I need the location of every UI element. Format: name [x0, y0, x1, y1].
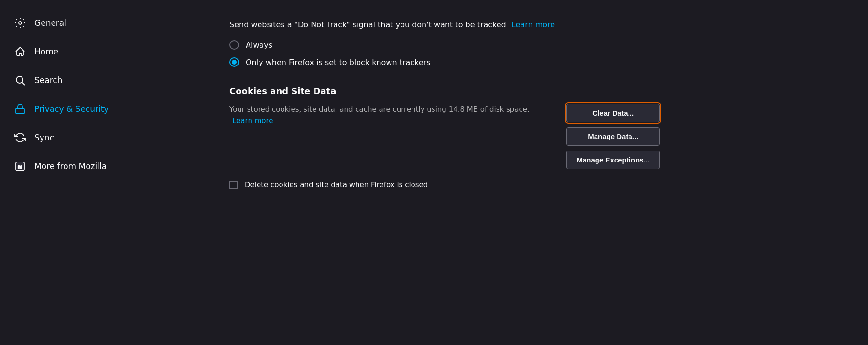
radio-always-label: Always [246, 41, 272, 50]
radio-only-when-circle [229, 57, 239, 67]
svg-rect-3 [16, 108, 24, 114]
clear-data-button[interactable]: Clear Data... [566, 104, 660, 122]
sync-icon [13, 131, 27, 144]
sidebar-item-general-label: General [34, 18, 66, 28]
radio-only-when-label: Only when Firefox is set to block known … [246, 58, 431, 67]
mozilla-icon: m [13, 160, 27, 173]
home-icon [13, 45, 27, 58]
main-content: Send websites a "Do Not Track" signal th… [201, 0, 868, 345]
sidebar-item-privacy[interactable]: Privacy & Security [0, 96, 201, 122]
sidebar: General Home Search Privacy & Security [0, 0, 201, 345]
delete-cookies-label: Delete cookies and site data when Firefo… [245, 181, 428, 189]
search-icon [13, 74, 27, 87]
cookies-buttons: Clear Data... Manage Data... Manage Exce… [566, 104, 660, 169]
sidebar-item-more-label: More from Mozilla [34, 162, 107, 171]
lock-icon [13, 102, 27, 116]
cookies-title: Cookies and Site Data [229, 86, 660, 96]
cookies-learn-more[interactable]: Learn more [232, 117, 273, 125]
svg-point-0 [19, 22, 22, 24]
svg-point-1 [16, 76, 23, 83]
settings-section: Send websites a "Do Not Track" signal th… [229, 19, 660, 189]
radio-always[interactable]: Always [229, 40, 660, 50]
svg-line-2 [22, 83, 25, 86]
sidebar-item-sync-label: Sync [34, 133, 54, 142]
cookies-section: Cookies and Site Data Your stored cookie… [229, 86, 660, 189]
radio-only-when[interactable]: Only when Firefox is set to block known … [229, 57, 660, 67]
sidebar-item-sync[interactable]: Sync [0, 124, 201, 151]
delete-cookies-row: Delete cookies and site data when Firefo… [229, 181, 660, 189]
sidebar-item-privacy-label: Privacy & Security [34, 104, 108, 114]
do-not-track-description: Send websites a "Do Not Track" signal th… [229, 19, 660, 31]
manage-data-button[interactable]: Manage Data... [566, 127, 660, 146]
manage-exceptions-button[interactable]: Manage Exceptions... [566, 151, 660, 169]
sidebar-item-search[interactable]: Search [0, 67, 201, 94]
sidebar-item-search-label: Search [34, 75, 62, 85]
svg-text:m: m [18, 164, 22, 170]
cookies-description: Your stored cookies, site data, and cach… [229, 104, 547, 127]
sidebar-item-more[interactable]: m More from Mozilla [0, 153, 201, 180]
sidebar-item-home[interactable]: Home [0, 38, 201, 65]
do-not-track-learn-more[interactable]: Learn more [511, 20, 555, 29]
sidebar-item-home-label: Home [34, 47, 58, 56]
radio-always-circle [229, 40, 239, 50]
gear-icon [13, 16, 27, 30]
do-not-track-radio-group: Always Only when Firefox is set to block… [229, 40, 660, 67]
sidebar-item-general[interactable]: General [0, 10, 201, 36]
delete-cookies-checkbox[interactable] [229, 181, 238, 189]
cookies-body: Your stored cookies, site data, and cach… [229, 104, 660, 169]
